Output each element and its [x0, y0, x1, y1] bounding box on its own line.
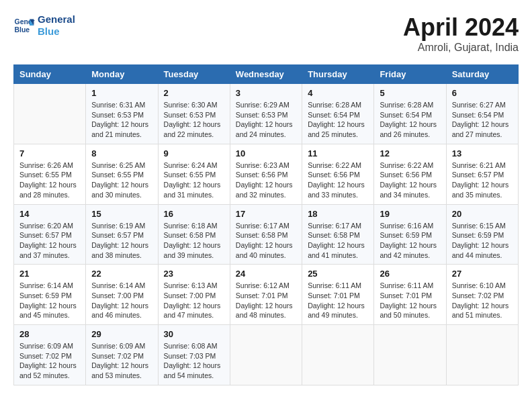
day-info: Sunrise: 6:14 AMSunset: 6:59 PMDaylight:…	[19, 281, 80, 320]
day-number: 12	[380, 148, 440, 158]
calendar-cell: 27Sunrise: 6:10 AMSunset: 7:02 PMDayligh…	[446, 265, 518, 325]
day-number: 6	[452, 88, 513, 98]
header-day-wednesday: Wednesday	[230, 65, 302, 84]
day-number: 5	[380, 88, 440, 98]
day-number: 19	[380, 209, 440, 219]
header-day-thursday: Thursday	[302, 65, 374, 84]
day-info: Sunrise: 6:10 AMSunset: 7:02 PMDaylight:…	[452, 281, 513, 320]
calendar-cell: 15Sunrise: 6:19 AMSunset: 6:57 PMDayligh…	[86, 204, 158, 265]
header-day-saturday: Saturday	[446, 65, 518, 84]
day-info: Sunrise: 6:18 AMSunset: 6:58 PMDaylight:…	[164, 221, 224, 261]
calendar-cell: 29Sunrise: 6:09 AMSunset: 7:02 PMDayligh…	[86, 325, 158, 385]
calendar-cell: 19Sunrise: 6:16 AMSunset: 6:59 PMDayligh…	[374, 204, 446, 265]
calendar-cell: 20Sunrise: 6:15 AMSunset: 6:59 PMDayligh…	[446, 204, 518, 265]
calendar-week-row: 7Sunrise: 6:26 AMSunset: 6:55 PMDaylight…	[14, 144, 519, 204]
day-number: 23	[164, 269, 224, 279]
day-info: Sunrise: 6:25 AMSunset: 6:55 PMDaylight:…	[91, 161, 152, 200]
day-info: Sunrise: 6:30 AMSunset: 6:53 PMDaylight:…	[164, 100, 224, 140]
location-subtitle: Amroli, Gujarat, India	[403, 42, 519, 54]
day-number: 29	[91, 329, 152, 339]
day-info: Sunrise: 6:14 AMSunset: 7:00 PMDaylight:…	[91, 281, 152, 320]
logo-icon: General Blue	[13, 15, 35, 36]
calendar-cell: 16Sunrise: 6:18 AMSunset: 6:58 PMDayligh…	[158, 204, 230, 265]
day-info: Sunrise: 6:17 AMSunset: 6:58 PMDaylight:…	[308, 221, 368, 261]
calendar-cell: 23Sunrise: 6:13 AMSunset: 7:00 PMDayligh…	[158, 265, 230, 325]
day-number: 3	[236, 88, 296, 98]
day-number: 4	[308, 88, 368, 98]
day-info: Sunrise: 6:11 AMSunset: 7:01 PMDaylight:…	[308, 281, 368, 320]
day-number: 30	[164, 329, 224, 339]
calendar-cell: 11Sunrise: 6:22 AMSunset: 6:56 PMDayligh…	[302, 144, 374, 204]
day-number: 11	[308, 148, 368, 158]
day-number: 22	[91, 269, 152, 279]
day-info: Sunrise: 6:27 AMSunset: 6:54 PMDaylight:…	[452, 100, 513, 140]
day-info: Sunrise: 6:20 AMSunset: 6:57 PMDaylight:…	[19, 221, 80, 261]
day-number: 8	[91, 148, 152, 158]
day-info: Sunrise: 6:22 AMSunset: 6:56 PMDaylight:…	[380, 161, 440, 200]
day-number: 9	[164, 148, 224, 158]
month-year-title: April 2024	[403, 13, 519, 42]
calendar-cell	[14, 84, 86, 144]
calendar-cell	[446, 325, 518, 385]
day-info: Sunrise: 6:28 AMSunset: 6:54 PMDaylight:…	[308, 100, 368, 140]
day-info: Sunrise: 6:19 AMSunset: 6:57 PMDaylight:…	[91, 221, 152, 261]
day-number: 16	[164, 209, 224, 219]
day-info: Sunrise: 6:13 AMSunset: 7:00 PMDaylight:…	[164, 281, 224, 320]
header-day-tuesday: Tuesday	[158, 65, 230, 84]
calendar-cell: 3Sunrise: 6:29 AMSunset: 6:53 PMDaylight…	[230, 84, 302, 144]
day-number: 17	[236, 209, 296, 219]
calendar-cell: 21Sunrise: 6:14 AMSunset: 6:59 PMDayligh…	[14, 265, 86, 325]
calendar-cell: 17Sunrise: 6:17 AMSunset: 6:58 PMDayligh…	[230, 204, 302, 265]
day-number: 7	[19, 148, 80, 158]
day-info: Sunrise: 6:29 AMSunset: 6:53 PMDaylight:…	[236, 100, 296, 140]
page-header: General Blue General Blue April 2024 Amr…	[13, 13, 519, 54]
day-info: Sunrise: 6:17 AMSunset: 6:58 PMDaylight:…	[236, 221, 296, 261]
day-info: Sunrise: 6:23 AMSunset: 6:56 PMDaylight:…	[236, 161, 296, 200]
day-info: Sunrise: 6:22 AMSunset: 6:56 PMDaylight:…	[308, 161, 368, 200]
title-block: April 2024 Amroli, Gujarat, India	[403, 13, 519, 54]
day-number: 26	[380, 269, 440, 279]
day-info: Sunrise: 6:11 AMSunset: 7:01 PMDaylight:…	[380, 281, 440, 320]
calendar-table: SundayMondayTuesdayWednesdayThursdayFrid…	[13, 64, 519, 385]
day-number: 20	[452, 209, 513, 219]
calendar-week-row: 1Sunrise: 6:31 AMSunset: 6:53 PMDaylight…	[14, 84, 519, 144]
day-info: Sunrise: 6:26 AMSunset: 6:55 PMDaylight:…	[19, 161, 80, 200]
header-day-monday: Monday	[86, 65, 158, 84]
calendar-cell: 22Sunrise: 6:14 AMSunset: 7:00 PMDayligh…	[86, 265, 158, 325]
calendar-cell: 18Sunrise: 6:17 AMSunset: 6:58 PMDayligh…	[302, 204, 374, 265]
calendar-cell: 25Sunrise: 6:11 AMSunset: 7:01 PMDayligh…	[302, 265, 374, 325]
calendar-cell: 30Sunrise: 6:08 AMSunset: 7:03 PMDayligh…	[158, 325, 230, 385]
calendar-cell: 10Sunrise: 6:23 AMSunset: 6:56 PMDayligh…	[230, 144, 302, 204]
calendar-cell: 13Sunrise: 6:21 AMSunset: 6:57 PMDayligh…	[446, 144, 518, 204]
calendar-cell: 9Sunrise: 6:24 AMSunset: 6:55 PMDaylight…	[158, 144, 230, 204]
day-number: 25	[308, 269, 368, 279]
svg-text:Blue: Blue	[15, 26, 30, 34]
calendar-cell: 26Sunrise: 6:11 AMSunset: 7:01 PMDayligh…	[374, 265, 446, 325]
day-info: Sunrise: 6:24 AMSunset: 6:55 PMDaylight:…	[164, 161, 224, 200]
day-number: 18	[308, 209, 368, 219]
calendar-cell: 6Sunrise: 6:27 AMSunset: 6:54 PMDaylight…	[446, 84, 518, 144]
calendar-week-row: 14Sunrise: 6:20 AMSunset: 6:57 PMDayligh…	[14, 204, 519, 265]
day-info: Sunrise: 6:31 AMSunset: 6:53 PMDaylight:…	[91, 100, 152, 140]
day-number: 1	[91, 88, 152, 98]
day-number: 2	[164, 88, 224, 98]
calendar-cell: 7Sunrise: 6:26 AMSunset: 6:55 PMDaylight…	[14, 144, 86, 204]
day-number: 21	[19, 269, 80, 279]
calendar-cell: 8Sunrise: 6:25 AMSunset: 6:55 PMDaylight…	[86, 144, 158, 204]
calendar-cell: 4Sunrise: 6:28 AMSunset: 6:54 PMDaylight…	[302, 84, 374, 144]
calendar-cell	[230, 325, 302, 385]
day-number: 15	[91, 209, 152, 219]
calendar-cell: 12Sunrise: 6:22 AMSunset: 6:56 PMDayligh…	[374, 144, 446, 204]
day-number: 13	[452, 148, 513, 158]
calendar-cell: 1Sunrise: 6:31 AMSunset: 6:53 PMDaylight…	[86, 84, 158, 144]
logo-line2: Blue	[38, 26, 75, 38]
logo: General Blue General Blue	[13, 13, 75, 38]
calendar-cell: 24Sunrise: 6:12 AMSunset: 7:01 PMDayligh…	[230, 265, 302, 325]
header-day-sunday: Sunday	[14, 65, 86, 84]
calendar-cell: 5Sunrise: 6:28 AMSunset: 6:54 PMDaylight…	[374, 84, 446, 144]
day-number: 10	[236, 148, 296, 158]
day-number: 28	[19, 329, 80, 339]
day-info: Sunrise: 6:09 AMSunset: 7:02 PMDaylight:…	[91, 341, 152, 381]
day-info: Sunrise: 6:08 AMSunset: 7:03 PMDaylight:…	[164, 341, 224, 381]
day-info: Sunrise: 6:28 AMSunset: 6:54 PMDaylight:…	[380, 100, 440, 140]
